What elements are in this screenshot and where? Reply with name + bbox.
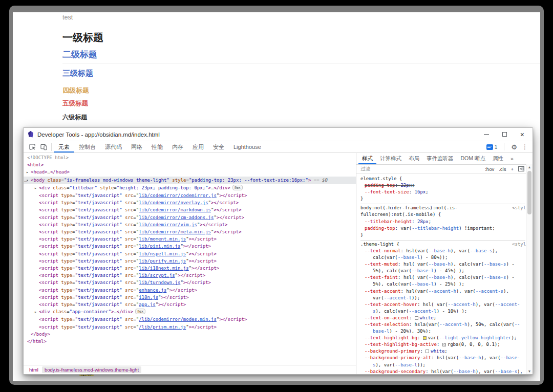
element-row[interactable]: …▾<body class="is-frameless mod-windows …: [24, 177, 356, 184]
styles-tab-事件监听器[interactable]: 事件监听器: [423, 153, 457, 164]
css-var-reference[interactable]: --accent-s: [476, 289, 503, 294]
css-var-reference[interactable]: --base-l: [395, 362, 417, 367]
css-declaration[interactable]: --text-muted: hsl( var(--base-h), calc(v…: [360, 261, 524, 274]
device-toolbar-icon[interactable]: [38, 141, 49, 153]
css-declaration[interactable]: padding-top: 23px;: [360, 182, 524, 189]
script-row[interactable]: <script type="text/javascript" src="lib/…: [24, 257, 356, 265]
script-row[interactable]: <script type="text/javascript" src="/lib…: [24, 316, 356, 323]
resource-link[interactable]: lib/codemirror/cm-addons.js: [139, 215, 214, 220]
settings-gear-icon[interactable]: ⚙: [511, 144, 517, 150]
css-declaration[interactable]: --text-highlight-bg-active: rgba(0, 0, 0…: [360, 341, 524, 348]
resource-link[interactable]: lib/purify.min.js: [139, 258, 186, 264]
css-declaration[interactable]: --text-accent-hover: hsl( var(--accent-h…: [360, 301, 524, 315]
script-row[interactable]: <script type="text/javascript" src="lib/…: [24, 265, 356, 272]
close-button[interactable]: ×: [520, 132, 524, 137]
css-var-reference[interactable]: --base-h: [429, 262, 451, 267]
css-declaration[interactable]: --background-secondary: hsl(var(--base-h…: [360, 368, 524, 374]
resource-link[interactable]: lib/scrypt.js: [139, 273, 175, 278]
element-row[interactable]: </html>: [24, 338, 356, 345]
script-row[interactable]: <script type="text/javascript" src="lib/…: [24, 243, 356, 250]
tab-内存[interactable]: 内存: [167, 141, 188, 153]
rule-selector[interactable]: body:not(.hider-frameless):not(.is-fulls…: [360, 205, 525, 218]
css-declaration[interactable]: --titlebar-height: 28px;: [360, 219, 524, 225]
styles-tab-DOM 断点[interactable]: DOM 断点: [457, 153, 489, 164]
tab-源代码[interactable]: 源代码: [100, 141, 126, 153]
tab-Lighthouse[interactable]: Lighthouse: [229, 141, 266, 153]
resource-link[interactable]: lib/nspell.min.js: [139, 251, 186, 256]
resource-link[interactable]: lib/codemirror/overlay.js: [139, 200, 208, 205]
script-row[interactable]: <script type="text/javascript" src="lib/…: [24, 250, 356, 257]
script-row[interactable]: <script type="text/javascript" src="lib/…: [24, 214, 356, 221]
css-declaration[interactable]: --text-highlight-bg: var(--light-yellow-…: [360, 335, 524, 341]
css-var-reference[interactable]: --base-l: [412, 281, 434, 287]
css-var-reference[interactable]: --accent-h: [448, 302, 476, 307]
css-var-reference[interactable]: --base-l: [412, 268, 434, 273]
tab-控制台[interactable]: 控制台: [74, 141, 100, 153]
script-row[interactable]: <script type="text/javascript" src="lib/…: [24, 199, 356, 206]
script-row[interactable]: <script type="text/javascript" src="app.…: [24, 301, 356, 308]
resource-link[interactable]: enhance.js: [139, 288, 166, 293]
styles-tab-样式[interactable]: 样式: [358, 153, 376, 164]
element-row[interactable]: <html>: [24, 161, 356, 168]
css-var-reference[interactable]: --titlebar-height: [412, 226, 459, 231]
css-var-reference[interactable]: --base-h: [429, 275, 451, 280]
css-declaration[interactable]: --background-primary: white;: [360, 348, 524, 355]
styles-tab-»[interactable]: »: [507, 153, 517, 164]
styles-tab-布局[interactable]: 布局: [405, 153, 423, 164]
element-row[interactable]: </body>: [24, 331, 356, 338]
css-declaration[interactable]: padding-top: var(--titlebar-height) !imp…: [360, 225, 524, 232]
color-swatch[interactable]: [415, 316, 418, 320]
color-swatch[interactable]: [423, 336, 427, 340]
css-var-reference[interactable]: --base-s: [484, 262, 506, 267]
resource-link[interactable]: app.js: [139, 302, 156, 307]
script-row[interactable]: <script type="text/javascript" src="lib/…: [24, 279, 356, 286]
console-messages-button[interactable]: 1: [486, 144, 498, 150]
tab-安全[interactable]: 安全: [208, 141, 229, 153]
css-var-reference[interactable]: --base-h: [459, 355, 481, 360]
css-var-reference[interactable]: --base-h: [453, 369, 475, 374]
script-row[interactable]: <script type="text/javascript" src="i18n…: [24, 294, 356, 301]
resource-link[interactable]: lib/codemirror/codemirror.js: [139, 193, 217, 198]
css-declaration[interactable]: --text-selection: hsla(var(--accent-h), …: [360, 321, 524, 335]
resource-link[interactable]: lib/turndown.js: [139, 280, 180, 285]
filter-control[interactable]: .cls: [499, 166, 506, 172]
css-var-reference[interactable]: --base-s: [495, 369, 517, 374]
color-swatch[interactable]: [442, 343, 446, 346]
script-row[interactable]: <script type="text/javascript" src="lib/…: [24, 272, 356, 279]
resource-link[interactable]: lib/codemirror/vim.js: [139, 222, 197, 227]
tab-性能[interactable]: 性能: [147, 141, 167, 153]
toggle-sidebar-icon[interactable]: [518, 166, 524, 171]
expand-arrow-open[interactable]: ▾: [26, 177, 31, 184]
resource-link[interactable]: lib/codemirror/meta.min.js: [139, 229, 211, 234]
color-swatch[interactable]: [426, 350, 429, 353]
styles-tab-计算样式[interactable]: 计算样式: [376, 153, 405, 164]
script-row[interactable]: <script type="text/javascript" src="lib/…: [24, 192, 356, 199]
rule-selector[interactable]: .theme-light {<style>: [360, 241, 525, 248]
tab-应用[interactable]: 应用: [188, 141, 208, 153]
css-declaration[interactable]: --text-normal: hsl(var(--base-h), var(--…: [360, 248, 524, 261]
css-var-reference[interactable]: --base-h: [429, 248, 451, 253]
resource-link[interactable]: lib/codemirror/markdown.js: [139, 207, 211, 212]
script-row[interactable]: <script type="text/javascript" src="lib/…: [24, 206, 356, 213]
resource-link[interactable]: lib/moment.min.js: [139, 236, 186, 242]
styles-tab-属性[interactable]: 属性: [489, 153, 507, 164]
rule-selector[interactable]: element.style {: [360, 176, 525, 182]
maximize-button[interactable]: [502, 132, 507, 137]
css-var-reference[interactable]: --light-yellow-highlighter: [439, 335, 511, 340]
script-row[interactable]: <script type="text/javascript" src="lib/…: [24, 235, 356, 243]
filter-control[interactable]: :hov: [485, 166, 494, 172]
resource-link[interactable]: lib/i18next.min.js: [139, 266, 189, 271]
css-var-reference[interactable]: --base-l: [398, 255, 420, 260]
element-row[interactable]: ▸<div class="app-container">…</div>flex: [24, 308, 356, 316]
expand-arrow-closed[interactable]: ▸: [26, 169, 31, 176]
flex-badge[interactable]: flex: [135, 309, 145, 314]
styles-scrollbar[interactable]: ▲ ▼: [526, 164, 533, 374]
css-declaration[interactable]: --background-primary-alt: hsl(var(--base…: [360, 355, 524, 368]
css-declaration[interactable]: --text-accent: hsl(var(--accent-h), var(…: [360, 288, 524, 301]
element-row[interactable]: ▸<div class="titlebar" style="height: 23…: [24, 184, 356, 192]
css-var-reference[interactable]: --accent-l: [384, 295, 412, 300]
resource-link[interactable]: i18n.js: [139, 295, 158, 300]
css-var-reference[interactable]: --base-s: [484, 275, 506, 280]
breadcrumb-item[interactable]: html: [27, 366, 41, 373]
resource-link[interactable]: /lib/prism.min.js: [139, 324, 186, 330]
